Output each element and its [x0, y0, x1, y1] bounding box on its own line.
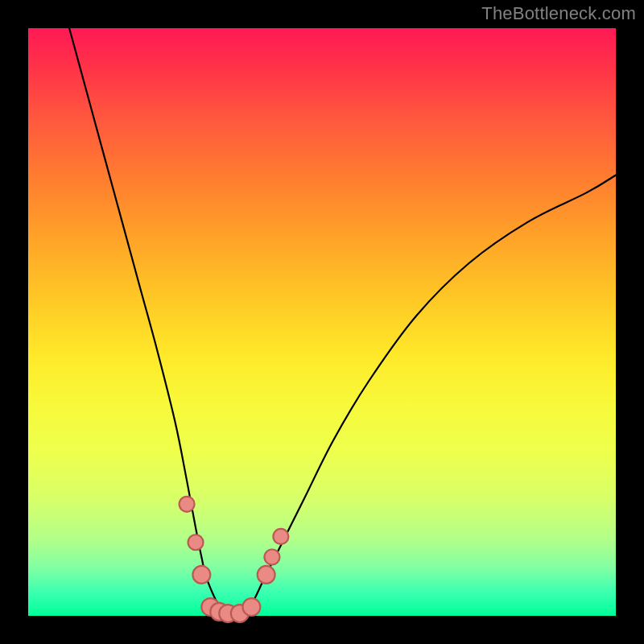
- data-marker: [180, 497, 195, 512]
- data-marker: [264, 550, 279, 565]
- curves-svg: [28, 28, 616, 616]
- data-marker: [242, 598, 260, 616]
- data-marker: [188, 535, 204, 550]
- watermark-text: TheBottleneck.com: [481, 3, 636, 24]
- marker-group: [180, 497, 289, 622]
- chart-container: TheBottleneck.com: [0, 0, 644, 644]
- data-marker: [192, 566, 210, 584]
- curve-right-branch: [240, 175, 616, 617]
- plot-area: [28, 28, 616, 616]
- curve-left-branch: [69, 28, 240, 616]
- data-marker: [273, 529, 288, 544]
- data-marker: [258, 566, 275, 584]
